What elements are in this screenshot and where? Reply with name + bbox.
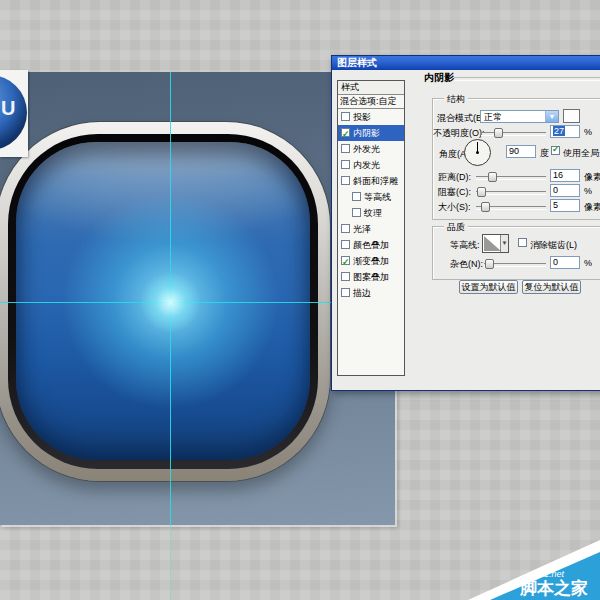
noise-slider[interactable] [484, 263, 546, 267]
checkbox-outer-glow[interactable] [341, 144, 350, 153]
style-item-inner-shadow[interactable]: 内阴影 [338, 125, 404, 141]
style-item-pattern-overlay[interactable]: 图案叠加 [338, 269, 404, 285]
distance-unit: 像素 [584, 171, 600, 184]
opacity-slider-thumb[interactable] [494, 128, 503, 138]
style-item-bevel-emboss[interactable]: 斜面和浮雕 [338, 173, 404, 189]
photoshop-workspace: U 图层样式 样式 混合选项:自定 投影 内阴影 外发光 内发光 斜面和浮雕 等… [0, 0, 600, 600]
distance-slider-thumb[interactable] [488, 172, 497, 182]
checkbox-drop-shadow[interactable] [341, 112, 350, 121]
style-item-inner-glow[interactable]: 内发光 [338, 157, 404, 173]
distance-slider[interactable] [476, 176, 546, 180]
size-slider[interactable] [476, 206, 546, 210]
checkbox-inner-glow[interactable] [341, 160, 350, 169]
style-item-contour[interactable]: 等高线 [338, 189, 404, 205]
opacity-field[interactable]: 27 [550, 125, 580, 138]
reference-thumbnail-window: U [0, 70, 28, 157]
angle-field[interactable]: 90 [506, 145, 536, 158]
checkbox-global-light[interactable] [551, 146, 560, 155]
style-item-drop-shadow[interactable]: 投影 [338, 109, 404, 125]
noise-unit: % [584, 258, 592, 268]
choke-field[interactable]: 0 [550, 184, 580, 197]
dialog-titlebar[interactable]: 图层样式 [332, 56, 600, 70]
size-field[interactable]: 5 [550, 199, 580, 212]
size-slider-thumb[interactable] [481, 202, 490, 212]
angle-unit: 度 [540, 147, 549, 160]
quality-legend: 品质 [444, 221, 468, 234]
style-item-gradient-overlay[interactable]: 渐变叠加 [338, 253, 404, 269]
quality-group [432, 226, 600, 280]
angle-hub [476, 151, 479, 154]
glossy-button-face [16, 142, 310, 460]
checkbox-bevel-emboss[interactable] [341, 176, 350, 185]
choke-unit: % [584, 186, 592, 196]
checkbox-antialias[interactable] [518, 238, 527, 247]
watermark: jb51.net 脚本之家 [460, 538, 600, 600]
checkbox-gradient-overlay[interactable] [341, 256, 350, 265]
blend-mode-dropdown[interactable]: 正常 ▼ [480, 110, 559, 123]
watermark-site: jb51.net [531, 569, 565, 579]
reset-default-button[interactable]: 复位为默认值 [522, 280, 581, 294]
panel-title: 内阴影 [424, 71, 454, 85]
style-item-stroke[interactable]: 描边 [338, 285, 404, 301]
checkbox-inner-shadow[interactable] [341, 128, 350, 137]
checkbox-stroke[interactable] [341, 288, 350, 297]
checkbox-color-overlay[interactable] [341, 240, 350, 249]
styles-list: 样式 混合选项:自定 投影 内阴影 外发光 内发光 斜面和浮雕 等高线 纹理 光… [337, 80, 405, 376]
opacity-unit: % [584, 127, 592, 137]
choke-slider-thumb[interactable] [477, 187, 486, 197]
checkbox-contour[interactable] [352, 192, 361, 201]
style-item-texture[interactable]: 纹理 [338, 205, 404, 221]
opacity-slider[interactable] [481, 132, 546, 136]
chevron-down-icon[interactable]: ▼ [545, 111, 558, 122]
global-light-label: 使用全局光 [563, 147, 600, 160]
contour-label: 等高线: [450, 239, 480, 252]
distance-label: 距离(D): [438, 171, 471, 184]
style-item-color-overlay[interactable]: 颜色叠加 [338, 237, 404, 253]
guide-vertical[interactable] [170, 72, 171, 525]
blend-mode-value: 正常 [484, 112, 502, 122]
dialog-title: 图层样式 [337, 57, 377, 68]
panel-title-separator [454, 77, 600, 81]
set-default-button[interactable]: 设置为默认值 [459, 280, 518, 294]
styles-list-header: 样式 [338, 81, 404, 95]
size-unit: 像素 [584, 201, 600, 214]
style-item-outer-glow[interactable]: 外发光 [338, 141, 404, 157]
antialias-label: 消除锯齿(L) [530, 239, 577, 252]
contour-thumbnail-icon [484, 236, 501, 251]
chevron-down-icon[interactable]: ▼ [500, 235, 508, 252]
distance-field[interactable]: 16 [550, 169, 580, 182]
watermark-name: 脚本之家 [519, 578, 588, 598]
contour-picker[interactable]: ▼ [482, 234, 509, 253]
size-label: 大小(S): [438, 201, 471, 214]
noise-label: 杂色(N): [450, 258, 483, 271]
layer-style-dialog: 图层样式 样式 混合选项:自定 投影 内阴影 外发光 内发光 斜面和浮雕 等高线… [331, 55, 600, 391]
thumbnail-glyph: U [1, 97, 15, 120]
angle-dial[interactable] [464, 139, 491, 166]
noise-slider-thumb[interactable] [485, 259, 494, 269]
choke-label: 阻塞(C): [438, 186, 471, 199]
checkbox-pattern-overlay[interactable] [341, 272, 350, 281]
noise-field[interactable]: 0 [550, 256, 580, 269]
structure-legend: 结构 [444, 93, 468, 106]
style-item-satin[interactable]: 光泽 [338, 221, 404, 237]
blending-options-row[interactable]: 混合选项:自定 [338, 95, 404, 109]
checkbox-satin[interactable] [341, 224, 350, 233]
shadow-color-swatch[interactable] [563, 109, 580, 123]
choke-slider[interactable] [476, 191, 546, 195]
checkbox-texture[interactable] [352, 208, 361, 217]
guide-vertical-extension [170, 525, 171, 600]
